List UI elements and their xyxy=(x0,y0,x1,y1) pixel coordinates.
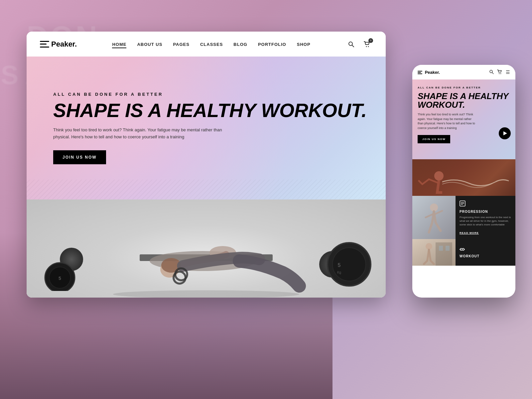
desktop-nav: Peaker. HOME ABOUT US PAGES CLASSES BLOG… xyxy=(27,32,386,57)
card-description: Progressing from one workout to the next… xyxy=(460,215,511,227)
mobile-card-image xyxy=(412,196,456,239)
hero-subtitle: ALL CAN BE DONE FOR A BETTER xyxy=(53,92,372,97)
nav-links: HOME ABOUT US PAGES CLASSES BLOG PORTFOL… xyxy=(112,41,310,47)
svg-rect-20 xyxy=(418,73,422,74)
card-title: PROGRESSION xyxy=(460,210,511,213)
person-pushup-svg xyxy=(106,200,306,298)
nav-blog[interactable]: BLOG xyxy=(233,42,247,47)
mobile-hero: ALL CAN BE DONE FOR A BETTER SHAPE IS A … xyxy=(412,79,515,159)
svg-rect-19 xyxy=(418,72,421,73)
read-more-link[interactable]: READ MORE xyxy=(460,231,511,234)
svg-rect-18 xyxy=(418,71,422,71)
nav-icons: 0 xyxy=(346,39,372,50)
mobile-workout-image xyxy=(412,159,515,196)
rope-person-svg xyxy=(412,159,515,196)
nav-home[interactable]: HOME xyxy=(112,42,126,48)
runner-image xyxy=(412,196,456,239)
mobile-play-button[interactable] xyxy=(499,127,511,139)
cart-badge-count: 0 xyxy=(368,38,373,43)
svg-point-2 xyxy=(366,46,367,47)
nav-classes[interactable]: CLASSES xyxy=(200,42,223,47)
bottom-card-title: WORKOUT xyxy=(460,254,511,258)
search-button[interactable] xyxy=(346,39,356,50)
svg-rect-35 xyxy=(439,246,443,251)
nav-pages[interactable]: PAGES xyxy=(173,42,190,47)
hero-section: ALL CAN BE DONE FOR A BETTER SHAPE IS A … xyxy=(27,57,386,200)
mobile-nav: Peaker. ☰ xyxy=(412,65,515,79)
workout-image: 5 Kg 5 xyxy=(27,200,386,298)
weight-left-svg: 5 xyxy=(40,251,80,291)
svg-point-10 xyxy=(113,290,299,298)
bottom-img-svg xyxy=(412,239,456,266)
mobile-hero-subtitle: ALL CAN BE DONE FOR A BETTER xyxy=(418,86,510,89)
mobile-mockup: Peaker. ☰ ALL CAN BE DONE FOR A BETTER S… xyxy=(412,65,515,298)
mobile-cart-icon[interactable] xyxy=(497,69,502,75)
mobile-logo-text: Peaker. xyxy=(425,70,440,75)
mobile-bottom-card: WORKOUT xyxy=(412,239,515,266)
runner-svg xyxy=(412,196,456,239)
nav-portfolio[interactable]: PORTFOLIO xyxy=(258,42,286,47)
hero-decoration xyxy=(27,180,386,200)
cart-button[interactable]: 0 xyxy=(362,39,372,50)
mobile-logo: Peaker. xyxy=(418,70,440,75)
logo-icon xyxy=(40,41,49,48)
mobile-card-content: PROGRESSION Progressing from one workout… xyxy=(456,196,515,239)
svg-line-22 xyxy=(492,72,493,74)
svg-point-23 xyxy=(499,73,499,74)
mobile-card: PROGRESSION Progressing from one workout… xyxy=(412,196,515,239)
desktop-logo[interactable]: Peaker. xyxy=(40,40,77,49)
mobile-nav-icons: ☰ xyxy=(489,69,510,75)
hero-title: SHAPE IS A HEALTHY WORKOUT. xyxy=(53,101,372,120)
hero-description: Think you feel too tired to work out? Th… xyxy=(53,127,226,141)
workout-icon xyxy=(460,247,511,253)
svg-point-3 xyxy=(368,46,369,47)
svg-rect-36 xyxy=(446,246,450,251)
mobile-hero-title: SHAPE IS A HEALTHY WORKOUT. xyxy=(418,92,510,109)
mobile-menu-icon[interactable]: ☰ xyxy=(506,69,510,75)
svg-rect-34 xyxy=(436,242,452,266)
mobile-bottom-image xyxy=(412,239,456,266)
workout-section: 5 Kg 5 xyxy=(27,200,386,298)
mobile-hero-desc: Think you feel too tired to work out? Th… xyxy=(418,112,477,130)
svg-point-24 xyxy=(500,73,501,74)
progression-icon xyxy=(460,200,511,208)
svg-point-27 xyxy=(430,203,438,211)
mobile-cta-button[interactable]: JOIN US NOW xyxy=(418,135,450,143)
svg-point-25 xyxy=(434,171,444,181)
nav-about[interactable]: ABOUT US xyxy=(137,42,162,47)
mobile-search-icon[interactable] xyxy=(489,69,494,75)
logo-text: Peaker. xyxy=(51,40,77,49)
mobile-bottom-content: WORKOUT xyxy=(456,239,515,266)
svg-line-1 xyxy=(352,45,354,47)
svg-text:5: 5 xyxy=(59,276,61,281)
gym-scene: 5 Kg 5 xyxy=(27,200,386,298)
hero-cta-button[interactable]: JOIN US NOW xyxy=(53,150,106,164)
desktop-browser: Peaker. HOME ABOUT US PAGES CLASSES BLOG… xyxy=(27,32,386,298)
nav-shop[interactable]: SHOP xyxy=(297,42,311,47)
svg-text:Kg: Kg xyxy=(337,271,341,274)
barbell-weights-svg: 5 Kg xyxy=(306,224,372,291)
svg-text:5: 5 xyxy=(338,262,341,268)
